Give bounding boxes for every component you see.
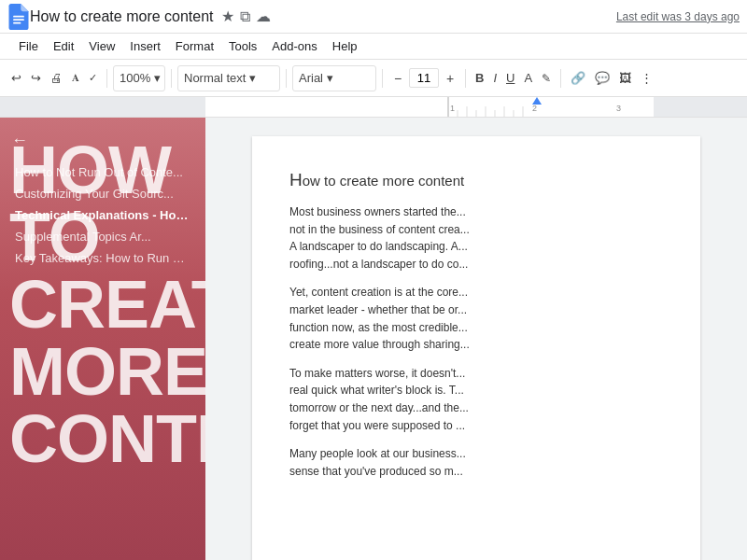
menu-tools[interactable]: Tools <box>221 34 264 60</box>
svg-rect-6 <box>205 97 654 118</box>
overlay-line3: MORE <box>9 338 205 405</box>
doc-paragraph-2: Yet, content creation is at the core...m… <box>289 284 663 353</box>
style-dropdown[interactable]: Normal text ▾ <box>177 65 280 91</box>
ruler: 1 2 3 <box>0 97 747 118</box>
history-icon[interactable]: ⧉ <box>240 8 250 25</box>
document-area: How to create more content Most business… <box>205 118 747 560</box>
style-value: Normal text <box>184 71 246 85</box>
google-docs-icon <box>7 4 30 30</box>
svg-rect-4 <box>0 97 205 118</box>
font-size-control: − + <box>388 68 459 88</box>
overlay-line4: CONTENT <box>9 405 205 472</box>
sidebar-item-2[interactable]: Customizing Your Git Sourc... <box>0 183 205 204</box>
print-button[interactable]: 🖨 <box>47 65 66 91</box>
text-color-button[interactable]: A <box>520 65 536 91</box>
sidebar-item-3[interactable]: Technical Explanations - How... <box>0 204 205 226</box>
undo-button[interactable]: ↩ <box>7 65 25 91</box>
doc-paragraph-1: Most business owners started the...not i… <box>289 203 663 273</box>
format-paint-button[interactable]: 𝐀 <box>68 65 83 91</box>
sidebar-item-1[interactable]: How to Not Run Out of Conte... <box>0 161 205 183</box>
last-edit-label[interactable]: Last edit was 3 days ago <box>616 10 740 23</box>
image-button[interactable]: 🖼 <box>615 65 635 91</box>
separator-1 <box>106 69 107 88</box>
separator-2 <box>171 69 172 88</box>
cloud-icon[interactable]: ☁ <box>256 7 271 25</box>
ruler-content: 1 2 3 <box>0 97 747 117</box>
title-bar: How to create more content ★ ⧉ ☁ Last ed… <box>0 0 747 34</box>
overlay-line2: CREATE <box>9 271 205 338</box>
link-button[interactable]: 🔗 <box>567 65 589 91</box>
menu-addons[interactable]: Add-ons <box>264 34 324 60</box>
spell-check-button[interactable]: ✓ <box>85 65 101 91</box>
document-heading[interactable]: How to create more content <box>289 170 663 190</box>
zoom-arrow: ▾ <box>154 71 161 85</box>
font-size-increase-button[interactable]: + <box>441 69 459 88</box>
svg-text:3: 3 <box>616 104 621 113</box>
separator-6 <box>560 69 561 88</box>
menu-view[interactable]: View <box>81 34 122 60</box>
menu-help[interactable]: Help <box>325 34 365 60</box>
menu-edit[interactable]: Edit <box>46 34 81 60</box>
svg-rect-5 <box>654 97 747 118</box>
separator-4 <box>382 69 383 88</box>
svg-rect-1 <box>13 19 24 21</box>
zoom-value: 100% <box>120 71 150 85</box>
font-size-input[interactable] <box>409 68 439 88</box>
font-value: Arial <box>299 71 323 85</box>
doc-paragraph-3: To make matters worse, it doesn't...real… <box>289 365 663 434</box>
separator-3 <box>286 69 287 88</box>
sidebar: ← HOW TO CREATE MORE CONTENT How to Not … <box>0 118 205 560</box>
document-page: How to create more content Most business… <box>252 136 700 560</box>
separator-5 <box>465 69 466 88</box>
document-title[interactable]: How to create more content <box>30 8 214 25</box>
zoom-dropdown[interactable]: 100% ▾ <box>113 65 165 91</box>
toolbar: ↩ ↪ 🖨 𝐀 ✓ 100% ▾ Normal text ▾ Arial ▾ −… <box>0 60 747 97</box>
menu-insert[interactable]: Insert <box>122 34 168 60</box>
comment-button[interactable]: 💬 <box>591 65 613 91</box>
underline-button[interactable]: U <box>502 65 518 91</box>
star-icon[interactable]: ★ <box>221 7 234 25</box>
svg-rect-2 <box>13 21 21 23</box>
font-size-decrease-button[interactable]: − <box>388 69 407 88</box>
bold-button[interactable]: B <box>472 65 487 91</box>
sidebar-back-button[interactable]: ← <box>0 125 205 156</box>
svg-text:2: 2 <box>532 104 537 113</box>
doc-paragraph-4: Many people look at our business...sense… <box>289 445 663 480</box>
svg-text:1: 1 <box>450 104 455 113</box>
font-dropdown[interactable]: Arial ▾ <box>292 65 376 91</box>
font-arrow: ▾ <box>327 71 333 85</box>
menu-format[interactable]: Format <box>168 34 221 60</box>
svg-rect-0 <box>13 15 24 17</box>
back-arrow-icon: ← <box>11 131 28 150</box>
main-area: ← HOW TO CREATE MORE CONTENT How to Not … <box>0 118 747 560</box>
more-button[interactable]: ⋮ <box>637 65 656 91</box>
menu-file[interactable]: File <box>11 34 46 60</box>
highlight-button[interactable]: ✎ <box>538 65 555 91</box>
sidebar-item-4[interactable]: Supplemental Topics Ar... <box>0 226 205 247</box>
ruler-svg: 1 2 3 <box>0 97 747 118</box>
style-arrow: ▾ <box>249 71 256 85</box>
menu-bar: File Edit View Insert Format Tools Add-o… <box>0 34 747 60</box>
italic-button[interactable]: I <box>489 65 500 91</box>
sidebar-item-5[interactable]: Key Takeaways: How to Run Cli... <box>0 247 205 269</box>
redo-button[interactable]: ↪ <box>27 65 45 91</box>
